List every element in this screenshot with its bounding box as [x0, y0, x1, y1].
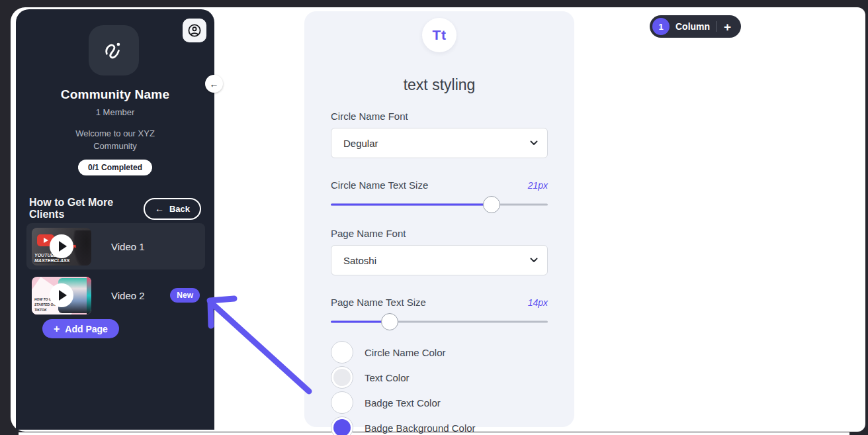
color-swatch[interactable] [331, 416, 353, 435]
page-name-size-value: 14px [528, 297, 548, 308]
column-count-badge: 1 [652, 18, 670, 35]
badge-background-color-option[interactable]: Badge Background Color [331, 416, 548, 435]
add-column-button[interactable]: + [722, 21, 732, 33]
video-title: Video 2 [111, 290, 145, 301]
chevron-down-icon [530, 140, 538, 146]
user-circle-icon [187, 23, 202, 38]
community-sidebar: Community Name 1 Member Welcome to our X… [16, 9, 214, 430]
member-count: 1 Member [16, 107, 214, 117]
color-options: Circle Name Color Text Color Badge Text … [331, 341, 548, 435]
phone-edge [87, 277, 91, 314]
page-name-font-label: Page Name Font [331, 228, 548, 239]
badge-text-color-option[interactable]: Badge Text Color [331, 391, 548, 414]
left-arrow-icon: ← [210, 79, 219, 89]
video-1-thumbnail: ↗ Youtube Masterclass [32, 228, 91, 266]
video-title: Video 1 [111, 241, 145, 252]
color-swatch[interactable] [331, 391, 353, 414]
video-row-2[interactable]: How to get started on TikTok Video 2 New [26, 272, 205, 318]
page-name-size-slider[interactable] [331, 313, 548, 330]
back-arrow-icon: ← [155, 204, 164, 213]
squiggle-icon [103, 39, 125, 62]
text-color-option[interactable]: Text Color [331, 366, 548, 389]
column-selector[interactable]: 1 Column + [650, 15, 741, 38]
progress-badge: 0/1 Completed [78, 160, 152, 175]
collapse-sidebar-button[interactable]: ← [205, 75, 223, 93]
section-header: How to Get More Clients ← Back [29, 197, 201, 220]
circle-name-font-label: Circle Name Font [331, 111, 548, 122]
community-logo [89, 25, 139, 75]
chevron-down-icon [530, 258, 538, 263]
section-title: How to Get More Clients [29, 197, 144, 220]
add-page-button[interactable]: + Add Page [42, 319, 119, 338]
page-name-size-label: Page Name Text Size [331, 297, 426, 308]
community-name: Community Name [16, 87, 214, 102]
back-button[interactable]: ← Back [144, 198, 201, 220]
page-name-font-select[interactable]: Satoshi [331, 245, 548, 275]
profile-button[interactable] [183, 19, 206, 42]
welcome-text: Welcome to our XYZ Community [16, 127, 214, 152]
color-swatch[interactable] [331, 366, 353, 389]
new-badge: New [170, 288, 200, 303]
video-row-1[interactable]: ↗ Youtube Masterclass Video 1 [26, 223, 205, 269]
play-button-icon[interactable] [50, 283, 73, 307]
circle-name-size-value: 21px [528, 180, 548, 191]
color-swatch[interactable] [331, 341, 353, 363]
slider-thumb[interactable] [483, 196, 500, 213]
circle-name-size-slider[interactable] [331, 196, 548, 213]
card-title: text styling [304, 76, 574, 94]
text-styling-card: Tt text styling Circle Name Font Degular… [304, 11, 574, 427]
play-button-icon[interactable] [50, 234, 73, 258]
text-styling-form: Circle Name Font Degular Circle Name Tex… [331, 111, 548, 435]
circle-name-size-label: Circle Name Text Size [331, 179, 428, 191]
circle-name-font-select[interactable]: Degular [331, 128, 548, 158]
divider [716, 21, 716, 32]
slider-thumb[interactable] [381, 313, 398, 330]
text-styling-icon: Tt [422, 18, 456, 52]
slider-fill [331, 204, 492, 206]
plus-icon: + [54, 323, 60, 335]
column-label: Column [675, 21, 710, 32]
circle-name-color-option[interactable]: Circle Name Color [331, 341, 548, 363]
video-2-thumbnail: How to get started on TikTok [32, 277, 91, 314]
